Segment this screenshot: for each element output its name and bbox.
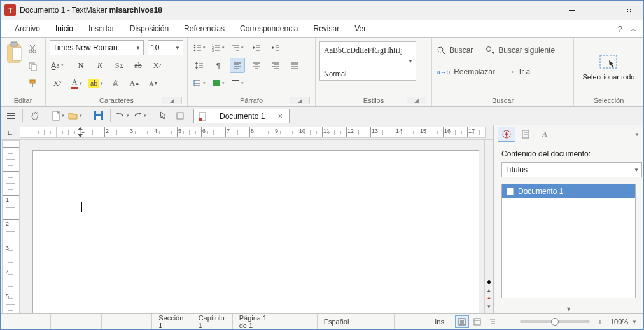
view-outline-button[interactable] — [486, 315, 500, 328]
find-button[interactable]: Buscar — [436, 43, 473, 58]
replace-button[interactable]: a→bReemplazar — [436, 64, 496, 79]
find-next-button[interactable]: Buscar siguiente — [485, 43, 556, 58]
status-extra2[interactable] — [395, 314, 429, 329]
status-page[interactable]: Página 1 de 1 — [233, 314, 283, 329]
menu-inicio[interactable]: Inicio — [48, 20, 81, 37]
align-left-button[interactable] — [230, 58, 245, 73]
bullets-button[interactable]: ▾ — [192, 40, 207, 55]
highlight-button[interactable]: ab▾ — [88, 76, 104, 91]
status-language[interactable]: Español — [318, 314, 395, 329]
align-center-button[interactable] — [249, 58, 264, 73]
increase-indent-button[interactable] — [268, 40, 283, 55]
menu-ver[interactable]: Ver — [347, 20, 374, 37]
vertical-ruler[interactable]: 12345 — [2, 140, 20, 313]
change-case-button[interactable]: A̲a▾ — [50, 58, 65, 73]
paste-button[interactable] — [4, 40, 22, 65]
grow-font-button[interactable]: A▲ — [127, 76, 142, 91]
qat-undo-button[interactable]: ▾ — [115, 109, 130, 123]
sidetab-navigator[interactable] — [498, 127, 515, 142]
font-color-button[interactable]: A▾ — [69, 76, 84, 91]
sidetab-styles[interactable]: A — [536, 127, 554, 142]
horizontal-ruler[interactable]: 1234567891011121314151617 — [20, 127, 486, 138]
sidepanel-collapse[interactable]: ▼ — [494, 305, 643, 313]
sidepanel-menu-button[interactable]: ▼ — [634, 132, 640, 137]
status-insert-mode[interactable]: Ins — [428, 314, 451, 329]
cut-button[interactable] — [25, 41, 40, 57]
goto-button[interactable]: →Ir a — [507, 64, 531, 79]
menu-archivo[interactable]: Archivo — [7, 20, 48, 37]
qat-redo-button[interactable]: ▾ — [132, 109, 147, 123]
italic-button[interactable]: K — [92, 58, 108, 73]
dialog-launcher-icon[interactable]: ◢ — [290, 97, 310, 104]
align-right-button[interactable] — [268, 58, 283, 73]
zoom-out-button[interactable]: − — [503, 316, 516, 327]
page[interactable] — [32, 150, 479, 313]
qat-object-button[interactable] — [172, 109, 188, 123]
dialog-launcher-icon[interactable]: ◢ — [407, 97, 426, 104]
tabs-button[interactable]: ▾ — [192, 76, 207, 91]
outline-level-combo[interactable]: Títulos▼ — [501, 162, 642, 177]
qat-open-button[interactable]: ▾ — [67, 109, 83, 123]
format-painter-button[interactable] — [25, 76, 40, 91]
qat-new-button[interactable]: ▾ — [50, 109, 66, 123]
help-button[interactable]: ? — [618, 24, 622, 34]
justify-button[interactable] — [287, 58, 302, 73]
style-gallery[interactable]: AaBbCcDdEeFfGgHhIiJj Normal ▾ — [319, 41, 416, 81]
underline-button[interactable]: S▾ — [111, 58, 127, 73]
line-spacing-button[interactable] — [192, 58, 207, 73]
style-dropdown-icon[interactable]: ▾ — [405, 42, 416, 80]
shading-button[interactable]: ▾ — [211, 76, 226, 91]
borders-button[interactable]: ▾ — [230, 76, 245, 91]
menu-insertar[interactable]: Insertar — [81, 20, 122, 37]
menu-correspondencia[interactable]: Correspondencia — [232, 20, 305, 37]
font-family-combo[interactable]: Times New Roman▼ — [50, 40, 144, 55]
status-extra1[interactable] — [283, 314, 318, 329]
document-viewport[interactable] — [21, 140, 484, 313]
bold-button[interactable]: N — [73, 58, 88, 73]
status-line[interactable] — [51, 314, 101, 329]
tab-selector[interactable]: ∟ — [1, 125, 20, 139]
menu-referencias[interactable]: Referencias — [176, 20, 232, 37]
menu-revisar[interactable]: Revisar — [306, 20, 347, 37]
status-col[interactable] — [1, 314, 51, 329]
shrink-font-button[interactable]: A▼ — [146, 76, 161, 91]
menu-disposicion[interactable]: Disposición — [122, 20, 176, 37]
clear-format-button[interactable]: A̷ — [108, 76, 123, 91]
zoom-in-button[interactable]: + — [594, 316, 606, 327]
superscript-button[interactable]: X2 — [50, 76, 65, 91]
qat-menu-button[interactable] — [3, 109, 18, 123]
pilcrow-button[interactable]: ¶ — [211, 58, 226, 73]
dialog-launcher-icon[interactable]: ◢ — [162, 97, 182, 104]
copy-button[interactable] — [25, 58, 40, 74]
view-master-button[interactable] — [470, 315, 484, 328]
subscript-button[interactable]: X2 — [150, 58, 165, 73]
status-chapter[interactable]: Capítulo 1 — [192, 314, 233, 329]
doc-tab-close[interactable]: × — [277, 111, 283, 121]
zoom-slider[interactable] — [520, 320, 590, 323]
svg-marker-70 — [493, 52, 494, 54]
qat-save-button[interactable] — [91, 109, 106, 123]
minimize-button[interactable] — [557, 1, 586, 20]
sidetab-thumbnails[interactable] — [517, 127, 535, 142]
multilevel-button[interactable]: ▾ — [230, 40, 245, 55]
collapse-ribbon-button[interactable]: ︿ — [630, 24, 637, 34]
qat-pan-button[interactable] — [27, 109, 42, 123]
zoom-value[interactable]: 100% — [610, 318, 628, 326]
outline-item[interactable]: Documento 1 — [502, 184, 635, 198]
view-normal-button[interactable] — [455, 315, 469, 328]
status-pos[interactable] — [102, 314, 152, 329]
maximize-button[interactable] — [586, 1, 615, 20]
numbering-button[interactable]: 123▾ — [211, 40, 226, 55]
status-section[interactable]: Sección 1 — [152, 314, 192, 329]
document-tab[interactable]: Documento 1 × — [193, 109, 290, 123]
qat-pointer-button[interactable] — [155, 109, 171, 123]
change-markers: ◆▴●▾ — [484, 140, 493, 313]
app-icon: T — [4, 4, 16, 16]
close-button[interactable] — [615, 1, 643, 20]
font-size-combo[interactable]: 10▼ — [148, 40, 183, 55]
zoom-menu-button[interactable]: ▼ — [632, 319, 637, 325]
strikethrough-button[interactable]: ab — [130, 58, 146, 73]
select-all-button[interactable]: Seleccionar todo — [583, 53, 635, 81]
svg-point-8 — [33, 50, 36, 53]
decrease-indent-button[interactable] — [249, 40, 264, 55]
